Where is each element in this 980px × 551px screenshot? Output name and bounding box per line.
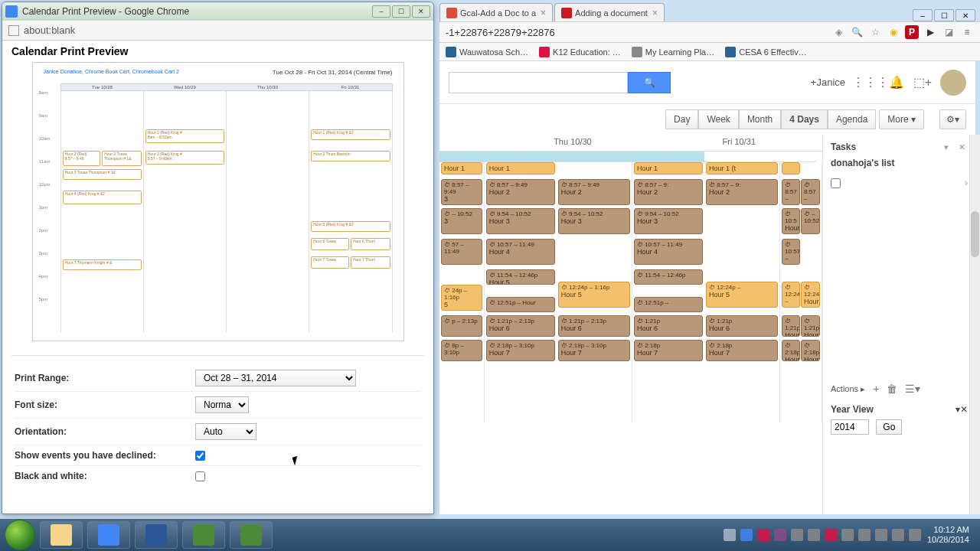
task-row[interactable]: ›	[831, 174, 968, 191]
tray-icon-5[interactable]	[808, 529, 820, 541]
calendar-event[interactable]: Hour 1	[634, 162, 703, 174]
tray-icon-9[interactable]	[875, 529, 887, 541]
menu-icon[interactable]: ≡	[960, 25, 974, 39]
preview-url[interactable]: about:blank	[24, 24, 75, 36]
calendar-event[interactable]: ⏱ 11:54 – 12:46pHour 5	[486, 269, 555, 285]
bookmark-item[interactable]: My Learning Pla…	[632, 47, 715, 57]
calendar-event[interactable]	[782, 162, 800, 174]
share-icon[interactable]: ⬚+	[913, 73, 933, 93]
calendar-event[interactable]: ⏱ 24p – 1:16p5	[441, 285, 482, 311]
more-menu[interactable]: More ▾	[879, 109, 924, 129]
calendar-event[interactable]: ⏱ 8:57 –Hour 2	[782, 179, 800, 205]
chevron-right-icon[interactable]: ›	[965, 178, 968, 188]
tab-close-icon[interactable]: ×	[541, 8, 546, 18]
task-list-icon[interactable]: ☰▾	[905, 383, 920, 395]
calendar-event[interactable]: ⏱ 2:18p – 3:10pHour 7	[558, 340, 630, 361]
calendar-event[interactable]: ⏱ 10:57 – 11:49Hour 4	[486, 239, 555, 265]
calendar-event[interactable]: ⏱ 11:54 – 12:46p	[634, 269, 703, 285]
calendar-event[interactable]: ⏱ 8:57 – 9:49Hour 2	[486, 179, 555, 205]
preview-minimize-button[interactable]: –	[372, 5, 390, 18]
bw-checkbox[interactable]	[195, 471, 205, 481]
calendar-event[interactable]: ⏱ 1:21pHour	[801, 315, 820, 337]
preview-close-button[interactable]: ✕	[412, 5, 430, 18]
taskbar-app-explorer[interactable]	[40, 521, 83, 549]
calendar-event[interactable]: ⏱ 12:24pHour 5 (Red)	[801, 282, 820, 308]
tray-icon-3[interactable]	[774, 529, 786, 541]
view-button-week[interactable]: Week	[698, 109, 738, 129]
view-button-day[interactable]: Day	[665, 109, 698, 129]
calendar-event[interactable]: ⏱ 1:21p – 2:13pHour 6	[558, 315, 630, 337]
view-button-agenda[interactable]: Agenda	[828, 109, 876, 129]
calendar-event[interactable]: ⏱ 12:24p – 1:16pHour 5	[558, 282, 630, 308]
taskbar-app-word[interactable]	[135, 521, 178, 549]
search-button[interactable]: 🔍	[628, 72, 671, 93]
print-range-select[interactable]: Oct 28 – 31, 2014	[195, 370, 356, 386]
calendar-event[interactable]: ⏱ 2:18pHour 7	[634, 340, 703, 361]
bookmark-item[interactable]: CESA 6 Effectiv…	[725, 47, 806, 57]
scrollbar-thumb[interactable]	[971, 211, 979, 257]
calendar-event[interactable]: ⏱ 12:51p – Hour	[486, 297, 555, 312]
bookmark-item[interactable]: Wauwatosa Sch…	[446, 47, 528, 57]
bookmark-item[interactable]: K12 Education: …	[539, 47, 621, 57]
tray-icon-4[interactable]	[791, 529, 803, 541]
magnify-icon[interactable]: 🔍	[850, 25, 864, 39]
zoom-icon[interactable]: ◈	[831, 25, 845, 39]
calendar-event[interactable]: ⏱ 8:57 – 9:493	[441, 179, 482, 205]
calendar-event[interactable]: ⏱ 10:5Hour 3	[782, 208, 800, 234]
browser-tab-1[interactable]: Gcal-Add a Doc to a ×	[439, 3, 553, 21]
url-text[interactable]: -1+22876+22879+22876	[446, 27, 827, 38]
calendar-event[interactable]: ⏱ 1:21pHour	[782, 315, 800, 337]
google-plus-name[interactable]: +Janice	[811, 77, 845, 88]
calendar-event[interactable]: Hour 1 (t	[706, 162, 778, 174]
maximize-button[interactable]: ☐	[934, 9, 954, 21]
calendar-event[interactable]: ⏱ 12:24p –Hour 5	[782, 282, 800, 308]
calendar-event[interactable]: ⏱ 8p – 3:10p	[441, 340, 482, 361]
calendar-event[interactable]: ⏱ 10:57 – 11:49Hour 4	[782, 239, 800, 265]
view-button-month[interactable]: Month	[739, 109, 781, 129]
tray-icon-7[interactable]	[841, 529, 854, 541]
calendar-event[interactable]: ⏱ 1:21pHour 6	[634, 315, 703, 337]
grid-scrollbar[interactable]	[969, 135, 980, 514]
user-avatar[interactable]	[940, 70, 966, 96]
browser-tab-2[interactable]: Adding a document ×	[554, 3, 665, 21]
delete-task-icon[interactable]: 🗑	[887, 383, 897, 395]
tray-icon-11[interactable]	[909, 529, 921, 541]
taskbar-app-app5[interactable]	[230, 521, 273, 549]
calendar-event[interactable]: ⏱ – 10:523	[441, 208, 482, 234]
start-button[interactable]	[5, 520, 35, 550]
go-button[interactable]: Go	[876, 419, 902, 435]
preview-titlebar[interactable]: Calendar Print Preview - Google Chrome –…	[2, 2, 433, 21]
calendar-event[interactable]: Hour 1	[441, 162, 482, 174]
preview-maximize-button[interactable]: ☐	[392, 5, 410, 18]
calendar-event[interactable]: ⏱ 1:21pHour 6	[706, 315, 778, 337]
task-checkbox[interactable]	[831, 178, 841, 188]
tray-icon-1[interactable]	[740, 529, 753, 541]
tray-icon-0[interactable]	[724, 529, 736, 541]
taskbar-app-chrome[interactable]	[87, 521, 130, 549]
calendar-event[interactable]: ⏱ p – 2:13p	[441, 315, 482, 337]
font-size-select[interactable]: Normal	[195, 396, 249, 413]
calendar-event[interactable]: ⏱ 10:57 – 11:49Hour 4	[634, 239, 703, 265]
calendar-event[interactable]: ⏱ 12:24p –Hour 5	[706, 282, 778, 308]
clock[interactable]: 10:12 AM 10/28/2014	[927, 525, 969, 545]
ext1-icon[interactable]: ◉	[887, 25, 900, 39]
minimize-button[interactable]: –	[913, 9, 933, 21]
calendar-event[interactable]: ⏱ 2:18pHour 7	[782, 340, 800, 361]
ext2-icon[interactable]: ▶	[923, 25, 937, 39]
calendar-event[interactable]: ⏱ 8:57 –Hour 2	[801, 179, 820, 205]
calendar-event[interactable]: ⏱ 1:21p – 2:13pHour 6	[486, 315, 555, 337]
view-button-4-days[interactable]: 4 Days	[781, 109, 828, 129]
calendar-event[interactable]: ⏱ 2:18pHour 7	[706, 340, 778, 361]
apps-grid-icon[interactable]: ⋮⋮⋮	[861, 73, 880, 93]
calendar-grid[interactable]: Thu 10/30 Fri 10/31 Hour 1⏱ 8:57 – 9:493…	[439, 135, 822, 514]
tab-close-icon[interactable]: ×	[652, 8, 658, 18]
tray-icon-6[interactable]	[825, 529, 837, 541]
calendar-event[interactable]: ⏱ – 10:52	[801, 208, 820, 234]
actions-menu[interactable]: Actions ▸	[831, 384, 865, 394]
star-icon[interactable]: ☆	[868, 25, 882, 39]
ext3-icon[interactable]: ◪	[942, 25, 956, 39]
allday-event-bar[interactable]	[439, 152, 818, 162]
add-task-icon[interactable]: +	[873, 383, 879, 395]
search-input[interactable]	[449, 72, 628, 93]
calendar-event[interactable]: ⏱ 57 – 11:49	[441, 239, 482, 265]
